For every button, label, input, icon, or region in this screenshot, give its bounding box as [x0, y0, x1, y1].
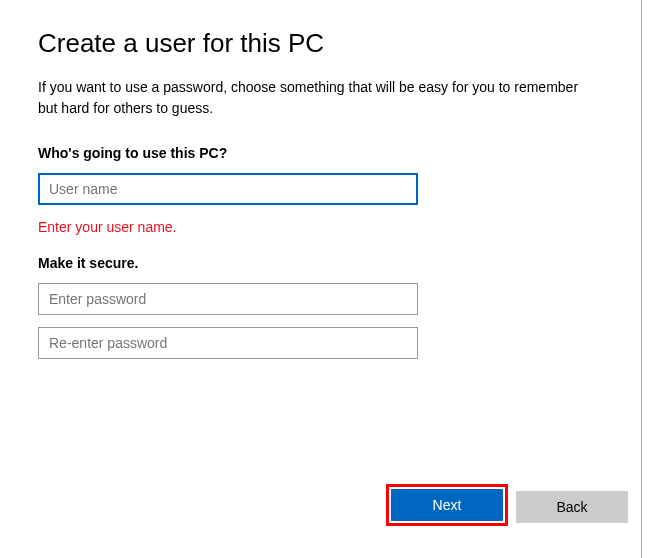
username-label: Who's going to use this PC? — [38, 145, 620, 161]
dialog-content: Create a user for this PC If you want to… — [0, 0, 652, 359]
password-section-label: Make it secure. — [38, 255, 620, 271]
username-input[interactable] — [38, 173, 418, 205]
instruction-text: If you want to use a password, choose so… — [38, 77, 598, 119]
username-error: Enter your user name. — [38, 219, 620, 235]
highlight-box: Next — [386, 484, 508, 526]
back-button[interactable]: Back — [516, 491, 628, 523]
right-divider — [641, 0, 642, 558]
confirm-password-input[interactable] — [38, 327, 418, 359]
next-button[interactable]: Next — [391, 489, 503, 521]
page-title: Create a user for this PC — [38, 28, 620, 59]
button-row: Next Back — [386, 484, 628, 526]
password-input[interactable] — [38, 283, 418, 315]
